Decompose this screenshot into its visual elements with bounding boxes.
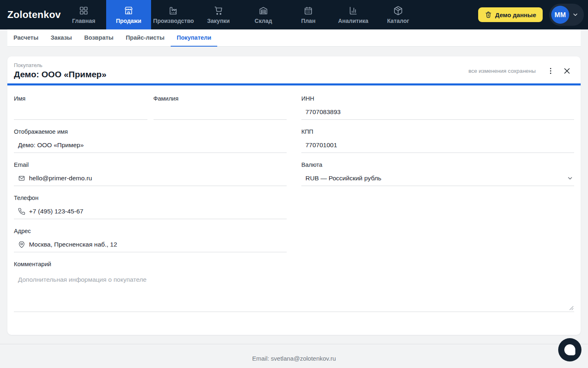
inn-input[interactable]: [305, 108, 573, 116]
customer-form: Имя Фамилия Отображаемое имя: [7, 85, 581, 261]
package-icon: [393, 6, 403, 16]
kpp-label: КПП: [301, 128, 574, 135]
nav-item-label: Производство: [153, 18, 194, 24]
store-icon: [124, 6, 134, 16]
tab-bar: Расчеты Заказы Возвраты Прайс-листы Поку…: [0, 29, 588, 47]
kebab-icon: [546, 67, 555, 75]
mail-icon: [18, 175, 25, 182]
nav-item-warehouse[interactable]: Склад: [241, 0, 286, 29]
kpp-input[interactable]: [305, 141, 573, 149]
tab-returns[interactable]: Возвраты: [78, 29, 120, 47]
saved-status: все изменения сохранены: [468, 68, 536, 74]
close-icon: [563, 67, 571, 75]
page-footer: Email: svetlana@zolotenkov.ru © Zolotenk…: [0, 344, 588, 368]
top-nav-right: Демо данные MM: [478, 0, 588, 29]
tab-orders[interactable]: Заказы: [45, 29, 78, 47]
address-label: Адрес: [14, 228, 287, 234]
nav-item-analytics[interactable]: Аналитика: [331, 0, 376, 29]
display-name-input[interactable]: [18, 141, 286, 149]
first-name-field-group: Имя: [14, 95, 147, 120]
email-field-group: Email: [14, 162, 287, 186]
main-nav: Главная Продажи Производство Закупки Скл…: [61, 0, 421, 29]
first-name-label: Имя: [14, 95, 147, 102]
currency-field-group: Валюта RUB — Российский рубль: [301, 162, 574, 186]
nav-item-sales[interactable]: Продажи: [106, 0, 151, 29]
nav-item-purchasing[interactable]: Закупки: [196, 0, 241, 29]
brand-logo: Zolotenkov: [0, 0, 61, 29]
form-left-column: Имя Фамилия Отображаемое имя: [14, 95, 287, 261]
phone-label: Телефон: [14, 195, 287, 201]
display-name-field-group: Отображаемое имя: [14, 128, 287, 153]
user-menu[interactable]: MM: [549, 4, 584, 26]
warehouse-icon: [258, 6, 268, 16]
top-nav: Zolotenkov Главная Продажи Производство …: [0, 0, 588, 29]
demo-data-button-label: Демо данные: [495, 11, 536, 18]
entity-type-label: Покупатель: [14, 62, 107, 68]
nav-item-production[interactable]: Производство: [151, 0, 196, 29]
chat-bubble-icon: [564, 344, 575, 355]
phone-field-group: Телефон: [14, 195, 287, 219]
chevron-down-icon: [567, 175, 573, 182]
nav-item-plan[interactable]: План: [286, 0, 331, 29]
nav-item-label: Закупки: [207, 18, 229, 24]
tab-settlements[interactable]: Расчеты: [7, 29, 45, 47]
tab-customers[interactable]: Покупатели: [171, 29, 218, 47]
currency-value: RUB — Российский рубль: [305, 175, 563, 182]
comment-label: Комментарий: [14, 261, 574, 267]
inn-field-group: ИНН: [301, 95, 574, 120]
nav-item-home[interactable]: Главная: [61, 0, 106, 29]
nav-item-catalog[interactable]: Каталог: [376, 0, 421, 29]
trash-icon: [485, 11, 492, 18]
footer-email: Email: svetlana@zolotenkov.ru: [0, 355, 588, 362]
nav-item-label: План: [301, 18, 315, 24]
address-input[interactable]: [29, 241, 286, 248]
cart-icon: [214, 6, 223, 16]
calendar-icon: [303, 6, 313, 16]
tab-price-lists[interactable]: Прайс-листы: [120, 29, 171, 47]
chevron-down-icon: [572, 11, 579, 18]
nav-item-label: Продажи: [116, 18, 141, 24]
close-button[interactable]: [559, 63, 574, 78]
nav-item-label: Аналитика: [338, 18, 368, 24]
email-label: Email: [14, 162, 287, 168]
address-field-group: Адрес: [14, 228, 287, 252]
first-name-input[interactable]: [18, 108, 147, 116]
currency-select[interactable]: RUB — Российский рубль: [301, 175, 574, 186]
phone-icon: [18, 208, 25, 215]
card-header: Покупатель Демо: ООО «Пример» все измене…: [7, 56, 581, 83]
nav-item-label: Главная: [72, 18, 96, 24]
page-title: Демо: ООО «Пример»: [14, 70, 107, 79]
display-name-label: Отображаемое имя: [14, 128, 287, 135]
inn-label: ИНН: [301, 95, 574, 102]
factory-icon: [169, 6, 178, 16]
phone-input[interactable]: [29, 208, 286, 215]
customer-card: Покупатель Демо: ООО «Пример» все измене…: [7, 56, 581, 335]
last-name-input[interactable]: [158, 108, 286, 116]
last-name-label: Фамилия: [154, 95, 287, 102]
map-pin-icon: [18, 241, 25, 248]
currency-label: Валюта: [301, 162, 574, 168]
last-name-field-group: Фамилия: [154, 95, 287, 120]
comment-field-group: Комментарий: [7, 261, 581, 312]
email-input[interactable]: [29, 175, 286, 182]
nav-item-label: Каталог: [387, 18, 409, 24]
comment-textarea[interactable]: [14, 272, 574, 312]
form-right-column: ИНН КПП Валюта RUB — Российский рубль: [301, 95, 574, 261]
demo-data-button[interactable]: Демо данные: [478, 7, 543, 22]
chat-launcher-button[interactable]: [558, 338, 581, 361]
nav-item-label: Склад: [255, 18, 272, 24]
bar-chart-icon: [348, 6, 358, 16]
textarea-resize-handle[interactable]: [569, 306, 574, 310]
kpp-field-group: КПП: [301, 128, 574, 153]
kebab-menu-button[interactable]: [543, 63, 558, 78]
avatar: MM: [551, 6, 569, 24]
dashboard-icon: [79, 6, 89, 16]
